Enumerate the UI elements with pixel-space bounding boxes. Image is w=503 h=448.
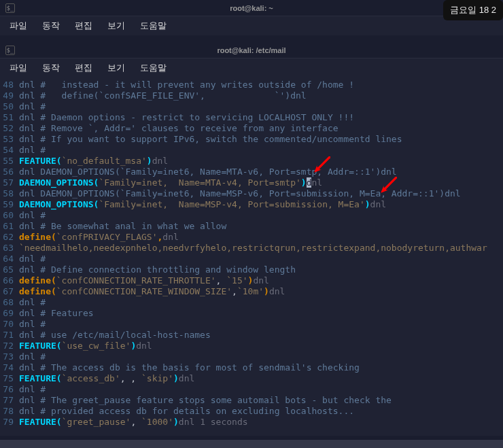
- line-number: 70: [0, 319, 19, 330]
- code-line[interactable]: 48dnl # instead - it will prevent any wr…: [0, 80, 503, 90]
- window1-titlebar: $_ root@kali: ~: [0, 0, 503, 16]
- code-line[interactable]: 56dnl DAEMON_OPTIONS(`Family=inet6, Name…: [0, 167, 503, 177]
- line-number: 66: [0, 275, 19, 286]
- line-number: 57: [0, 177, 19, 188]
- line-number: 71: [0, 330, 19, 341]
- line-number: 50: [0, 101, 19, 112]
- code-line[interactable]: 50dnl #: [0, 101, 503, 112]
- code-content[interactable]: define(`confPRIVACY_FLAGS',dnl: [19, 232, 503, 243]
- code-content[interactable]: dnl #: [19, 319, 503, 330]
- code-content[interactable]: dnl # Define connection throttling and w…: [19, 264, 503, 275]
- code-content[interactable]: dnl #: [19, 210, 503, 221]
- code-line[interactable]: 63`needmailhelo,needexpnhelo,needvrfyhel…: [0, 243, 503, 254]
- menu-file[interactable]: 파일: [3, 17, 34, 35]
- code-line[interactable]: 58dnl DAEMON_OPTIONS(`Family=inet6, Name…: [0, 188, 503, 199]
- line-number: 79: [0, 417, 19, 428]
- code-line[interactable]: 64dnl #: [0, 254, 503, 264]
- line-number: 54: [0, 145, 19, 156]
- line-number: 58: [0, 188, 19, 199]
- code-content[interactable]: FEATURE(`access_db', , `skip')dnl: [19, 373, 503, 384]
- code-line[interactable]: 74dnl # The access db is the basis for m…: [0, 362, 503, 373]
- line-number: 68: [0, 297, 19, 308]
- code-line[interactable]: 62define(`confPRIVACY_FLAGS',dnl: [0, 232, 503, 243]
- menu-edit[interactable]: 편집: [68, 17, 99, 35]
- menu-action[interactable]: 동작: [35, 59, 67, 77]
- menu-edit[interactable]: 편집: [68, 59, 99, 77]
- line-number: 56: [0, 167, 19, 177]
- window2-menubar: 파일 동작 편집 보기 도움말: [0, 58, 503, 77]
- code-content[interactable]: `needmailhelo,needexpnhelo,needvrfyhelo,…: [19, 243, 503, 254]
- line-number: 49: [0, 90, 19, 101]
- code-line[interactable]: 49dnl # define(`confSAFE_FILE_ENV', `')d…: [0, 90, 503, 101]
- code-line[interactable]: 60dnl #: [0, 210, 503, 221]
- code-content[interactable]: define(`confCONNECTION_RATE_WINDOW_SIZE'…: [19, 286, 503, 297]
- line-number: 48: [0, 80, 19, 90]
- line-number: 59: [0, 199, 19, 210]
- code-line[interactable]: 69dnl # Features: [0, 308, 503, 319]
- code-line[interactable]: 66define(`confCONNECTION_RATE_THROTTLE',…: [0, 275, 503, 286]
- code-content[interactable]: dnl # Be somewhat anal in what we allow: [19, 221, 503, 232]
- line-number: 74: [0, 362, 19, 373]
- menu-view[interactable]: 보기: [101, 59, 132, 77]
- code-line[interactable]: 71dnl # use /etc/mail/local-host-names: [0, 330, 503, 341]
- code-content[interactable]: DAEMON_OPTIONS(`Family=inet, Name=MTA-v4…: [19, 177, 503, 188]
- code-line[interactable]: 77dnl # The greet_pause feature stops so…: [0, 395, 503, 406]
- code-line[interactable]: 52dnl # Remove `, Addr=' clauses to rece…: [0, 123, 503, 134]
- code-content[interactable]: dnl # Features: [19, 308, 503, 319]
- code-content[interactable]: dnl # Daemon options - restrict to servi…: [19, 112, 503, 123]
- line-number: 75: [0, 373, 19, 384]
- code-content[interactable]: dnl #: [19, 297, 503, 308]
- menu-action[interactable]: 동작: [35, 17, 67, 35]
- window1-menubar: 파일 동작 편집 보기 도움말: [0, 16, 503, 35]
- code-line[interactable]: 51dnl # Daemon options - restrict to ser…: [0, 112, 503, 123]
- menu-view[interactable]: 보기: [101, 17, 132, 35]
- code-line[interactable]: 54dnl #: [0, 145, 503, 156]
- code-content[interactable]: dnl # instead - it will prevent any writ…: [19, 80, 503, 90]
- code-line[interactable]: 65dnl # Define connection throttling and…: [0, 264, 503, 275]
- code-content[interactable]: FEATURE(`greet_pause', `1000')dnl 1 seco…: [19, 417, 503, 428]
- code-content[interactable]: dnl #: [19, 384, 503, 395]
- code-line[interactable]: 72FEATURE(`use_cw_file')dnl: [0, 341, 503, 351]
- line-number: 76: [0, 384, 19, 395]
- line-number: 63: [0, 243, 19, 254]
- code-content[interactable]: dnl #: [19, 101, 503, 112]
- code-content[interactable]: dnl #: [19, 145, 503, 156]
- code-editor[interactable]: 48dnl # instead - it will prevent any wr…: [0, 77, 503, 436]
- code-content[interactable]: FEATURE(`no_default_msa')dnl: [19, 156, 503, 167]
- code-content[interactable]: define(`confCONNECTION_RATE_THROTTLE', `…: [19, 275, 503, 286]
- code-content[interactable]: dnl DAEMON_OPTIONS(`Family=inet6, Name=M…: [19, 167, 503, 177]
- clock-badge: 금요일 18 2: [443, 0, 503, 20]
- code-line[interactable]: 76dnl #: [0, 384, 503, 395]
- code-line[interactable]: 70dnl #: [0, 319, 503, 330]
- code-line[interactable]: 75FEATURE(`access_db', , `skip')dnl: [0, 373, 503, 384]
- line-number: 61: [0, 221, 19, 232]
- code-content[interactable]: dnl #: [19, 254, 503, 264]
- code-content[interactable]: dnl DAEMON_OPTIONS(`Family=inet6, Name=M…: [19, 188, 503, 199]
- code-line[interactable]: 79FEATURE(`greet_pause', `1000')dnl 1 se…: [0, 417, 503, 428]
- line-number: 78: [0, 406, 19, 417]
- menu-help[interactable]: 도움말: [133, 59, 173, 77]
- code-content[interactable]: dnl # The access db is the basis for mos…: [19, 362, 503, 373]
- code-line[interactable]: 53dnl # If you want to support IPv6, swi…: [0, 134, 503, 145]
- code-content[interactable]: dnl # provided access db for details on …: [19, 406, 503, 417]
- line-number: 65: [0, 264, 19, 275]
- code-content[interactable]: dnl # If you want to support IPv6, switc…: [19, 134, 503, 145]
- menu-file[interactable]: 파일: [3, 59, 34, 77]
- code-content[interactable]: FEATURE(`use_cw_file')dnl: [19, 341, 503, 351]
- code-line[interactable]: 57DAEMON_OPTIONS(`Family=inet, Name=MTA-…: [0, 177, 503, 188]
- line-number: 72: [0, 341, 19, 351]
- code-line[interactable]: 59DAEMON_OPTIONS(`Family=inet, Name=MSP-…: [0, 199, 503, 210]
- code-content[interactable]: dnl # Remove `, Addr=' clauses to receiv…: [19, 123, 503, 134]
- code-content[interactable]: dnl # use /etc/mail/local-host-names: [19, 330, 503, 341]
- code-line[interactable]: 67define(`confCONNECTION_RATE_WINDOW_SIZ…: [0, 286, 503, 297]
- code-line[interactable]: 73dnl #: [0, 351, 503, 362]
- code-content[interactable]: DAEMON_OPTIONS(`Family=inet, Name=MSP-v4…: [19, 199, 503, 210]
- code-line[interactable]: 68dnl #: [0, 297, 503, 308]
- code-content[interactable]: dnl # define(`confSAFE_FILE_ENV', `')dnl: [19, 90, 503, 101]
- code-line[interactable]: 55FEATURE(`no_default_msa')dnl: [0, 156, 503, 167]
- code-content[interactable]: dnl #: [19, 351, 503, 362]
- menu-help[interactable]: 도움말: [133, 17, 173, 35]
- code-content[interactable]: dnl # The greet_pause feature stops some…: [19, 395, 503, 406]
- code-line[interactable]: 78dnl # provided access db for details o…: [0, 406, 503, 417]
- code-line[interactable]: 61dnl # Be somewhat anal in what we allo…: [0, 221, 503, 232]
